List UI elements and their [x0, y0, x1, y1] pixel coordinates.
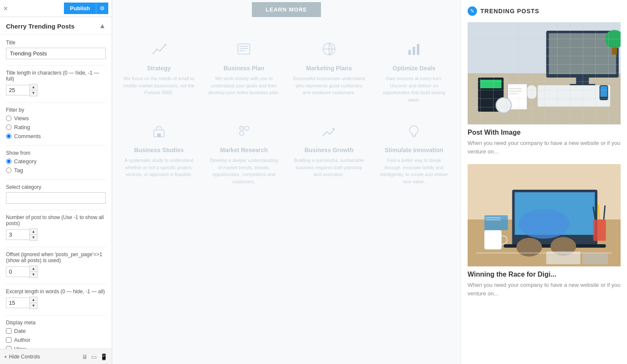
left-panel: × Publish ⚙ Cherry Trending Posts ▲ Titl…	[0, 0, 112, 364]
right-panel: ✎ TRENDING POSTS Post	[461, 0, 627, 364]
excerpt-input[interactable]	[6, 298, 29, 308]
title-length-down[interactable]: ▼	[30, 90, 37, 96]
title-label: Title	[6, 40, 106, 46]
meta-date-input[interactable]	[6, 328, 12, 334]
excerpt-label: Excerpt length in words (0 — hide, -1 — …	[6, 289, 106, 295]
svg-rect-20	[549, 33, 616, 74]
settings-button[interactable]: ⚙	[96, 3, 108, 14]
meta-view-check[interactable]: View	[6, 346, 106, 349]
filter-radio-group: Views Rating Comments	[6, 115, 106, 139]
excerpt-down[interactable]: ▼	[30, 303, 37, 309]
svg-point-32	[605, 30, 621, 49]
close-button[interactable]: ×	[3, 5, 8, 12]
filter-rating-label: Rating	[14, 124, 30, 130]
service-icon	[293, 38, 365, 60]
service-title: Business Plan	[208, 65, 280, 72]
post-image	[468, 164, 621, 266]
mobile-view-icon[interactable]: 📱	[100, 353, 107, 360]
service-title: Market Research	[208, 147, 280, 153]
post-image	[468, 22, 621, 124]
offset-spinner: ▲ ▼	[6, 266, 40, 278]
filter-rating-radio[interactable]: Rating	[6, 124, 106, 130]
meta-author-input[interactable]	[6, 337, 12, 343]
meta-author-check[interactable]: Author	[6, 337, 106, 343]
svg-rect-27	[508, 84, 527, 110]
excerpt-field-group: Excerpt length in words (0 — hide, -1 — …	[6, 289, 106, 309]
meta-author-label: Author	[14, 337, 30, 343]
filter-views-radio[interactable]: Views	[6, 115, 106, 121]
service-desc: A systematic study to understand whether…	[123, 157, 195, 178]
filter-comments-input[interactable]	[6, 133, 12, 139]
filter-rating-input[interactable]	[6, 124, 12, 130]
svg-rect-9	[413, 47, 415, 55]
filter-views-label: Views	[14, 115, 29, 121]
svg-rect-19	[546, 31, 619, 78]
title-length-up[interactable]: ▲	[30, 84, 37, 90]
posts-container: Post With Image When you need your compa…	[468, 22, 621, 298]
meta-checkbox-group: Date Author View	[6, 328, 106, 349]
post-excerpt: When you need your company to have a new…	[468, 281, 621, 298]
svg-rect-24	[527, 85, 537, 99]
service-item: Business Growth Building a successful, s…	[286, 112, 372, 194]
collapse-button[interactable]: ▲	[99, 22, 106, 30]
svg-point-0	[165, 44, 166, 46]
show-tag-input[interactable]	[6, 168, 12, 173]
learn-more-button[interactable]: LEARN MORE	[252, 2, 321, 17]
num-posts-up[interactable]: ▲	[30, 229, 37, 235]
service-item: Strategy We focus on the needs of small …	[116, 30, 202, 112]
offset-up[interactable]: ▲	[30, 266, 37, 272]
hide-controls-button[interactable]: ● Hide Controls	[4, 354, 40, 360]
hide-controls-label: Hide Controls	[9, 354, 40, 360]
publish-button[interactable]: Publish	[64, 3, 96, 14]
filter-by-field-group: Filter by Views Rating Comments	[6, 107, 106, 139]
top-bar: × Publish ⚙	[0, 0, 112, 17]
service-title: Optimize Deals	[378, 65, 451, 72]
display-meta-field-group: Display meta Date Author View	[6, 320, 106, 349]
services-grid: Strategy We focus on the needs of small …	[112, 21, 461, 202]
select-category-input[interactable]	[6, 192, 106, 204]
offset-input[interactable]	[6, 266, 29, 277]
show-from-radio-group: Category Tag	[6, 158, 106, 173]
filter-views-input[interactable]	[6, 116, 12, 121]
learn-more-area: LEARN MORE	[112, 0, 461, 21]
excerpt-up[interactable]: ▲	[30, 297, 37, 303]
service-icon	[208, 120, 280, 142]
bottom-bar: ● Hide Controls 🖥 ▭ 📱	[0, 349, 112, 364]
show-category-radio[interactable]: Category	[6, 158, 106, 165]
service-desc: Building a successful, sustainable busin…	[293, 157, 365, 178]
widget-title: Cherry Trending Posts	[6, 23, 75, 30]
num-posts-down[interactable]: ▼	[30, 235, 37, 240]
widget-header: Cherry Trending Posts ▲	[0, 17, 112, 35]
show-from-label: Show from	[6, 150, 106, 156]
show-from-field-group: Show from Category Tag	[6, 150, 106, 173]
svg-rect-33	[612, 47, 617, 55]
title-length-input[interactable]	[6, 85, 29, 95]
title-length-field-group: Title length in characters (0 — hide, -1…	[6, 70, 106, 96]
desktop-view-icon[interactable]: 🖥	[82, 353, 88, 360]
filter-comments-radio[interactable]: Comments	[6, 133, 106, 139]
show-tag-radio[interactable]: Tag	[6, 167, 106, 173]
service-title: Strategy	[123, 65, 195, 72]
panel-content: Title Title length in characters (0 — hi…	[0, 35, 112, 349]
svg-rect-28	[509, 88, 522, 89]
trending-section-title: TRENDING POSTS	[480, 8, 539, 14]
offset-label: Offset (ignored when 'posts_per_page'=>1…	[6, 251, 106, 263]
service-item: Market Research Develop a deeper underst…	[202, 112, 287, 194]
service-title: Business Growth	[293, 147, 365, 153]
svg-rect-23	[538, 85, 610, 107]
tablet-view-icon[interactable]: ▭	[91, 353, 97, 360]
service-icon	[123, 120, 195, 142]
svg-rect-25	[478, 78, 504, 112]
title-length-spinner: ▲ ▼	[6, 84, 40, 96]
offset-down[interactable]: ▼	[30, 272, 37, 277]
title-input[interactable]	[6, 48, 106, 59]
svg-point-43	[519, 209, 570, 239]
svg-point-31	[496, 98, 511, 113]
num-posts-input[interactable]	[6, 229, 29, 240]
excerpt-spin-btns: ▲ ▼	[29, 297, 38, 309]
num-posts-field-group: Number of post to show (Use -1 to show a…	[6, 214, 106, 241]
svg-rect-17	[468, 22, 621, 124]
show-category-input[interactable]	[6, 159, 12, 164]
select-category-label: Select category	[6, 184, 106, 190]
meta-date-check[interactable]: Date	[6, 328, 106, 334]
